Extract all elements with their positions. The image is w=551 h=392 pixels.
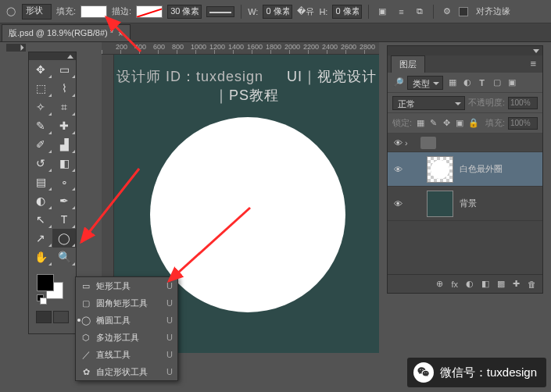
align-icon[interactable]: ≡ bbox=[394, 5, 408, 19]
new-layer-icon[interactable]: ✚ bbox=[513, 279, 520, 289]
layer-row[interactable]: 👁背景 bbox=[388, 187, 542, 221]
lasso-tool[interactable]: ⌇ bbox=[52, 79, 76, 98]
lock-trans-icon[interactable]: ▦ bbox=[415, 117, 425, 129]
fill-input[interactable] bbox=[508, 117, 538, 130]
work-area: ✥▭⬚⌇✧⌗✎✚✐▟↺◧▤∘◐✒↖T↗◯✋🔍 02004006008001000… bbox=[0, 42, 551, 392]
artboard-tool[interactable]: ▭ bbox=[52, 60, 76, 79]
eyedropper-tool[interactable]: ✎ bbox=[29, 116, 52, 135]
close-tab-icon[interactable]: × bbox=[118, 29, 123, 38]
white-circle-shape[interactable] bbox=[150, 117, 345, 312]
fg-color-swatch[interactable] bbox=[37, 274, 54, 291]
marquee-tool[interactable]: ⬚ bbox=[29, 79, 52, 98]
group-icon[interactable]: ▩ bbox=[497, 279, 505, 289]
mode-select[interactable]: 形状 bbox=[22, 4, 52, 20]
filter-adjust-icon[interactable]: ◐ bbox=[461, 77, 473, 88]
lock-pos-icon[interactable]: ✥ bbox=[442, 117, 452, 129]
document-tabs: 版.psd @ 18.9%(RGB/8#) * × bbox=[0, 23, 551, 42]
options-bar: ◯ 形状 填充: 描边: W: �유 H: ▣ ≡ ⧉ ⚙ 对齐边缘 bbox=[0, 0, 551, 23]
flyout-item[interactable]: ▭矩形工具U bbox=[76, 277, 177, 294]
blend-mode-select[interactable]: 正常 bbox=[392, 96, 465, 110]
default-colors-icon[interactable] bbox=[37, 294, 45, 302]
brush-tool[interactable]: ✐ bbox=[29, 135, 52, 154]
eraser-tool[interactable]: ◧ bbox=[52, 154, 76, 173]
panel-collapse[interactable] bbox=[388, 46, 542, 55]
gear-icon[interactable]: ⚙ bbox=[440, 5, 454, 19]
zoom-tool[interactable]: 🔍 bbox=[52, 248, 76, 266]
filter-pixel-icon[interactable]: ▦ bbox=[446, 77, 458, 88]
layer-filter-row: 🔎 类型 ▦ ◐ T ▢ ▣ bbox=[388, 73, 542, 93]
arrange-icon[interactable]: ⧉ bbox=[413, 5, 427, 19]
visibility-icon[interactable]: 👁 bbox=[391, 199, 405, 208]
lock-artboard-icon[interactable]: ▣ bbox=[455, 117, 465, 129]
align-edges-label: 对齐边缘 bbox=[476, 5, 510, 17]
flyout-item[interactable]: ✿自定形状工具U bbox=[76, 363, 177, 380]
stroke-style-select[interactable] bbox=[206, 6, 234, 17]
layer-row[interactable]: 👁白色最外圈 bbox=[388, 152, 542, 187]
lock-all-icon[interactable]: 🔒 bbox=[468, 117, 479, 129]
blend-row: 正常 不透明度: bbox=[388, 93, 542, 113]
link-layers-icon[interactable]: ⊕ bbox=[436, 279, 443, 289]
collapsed-dock[interactable] bbox=[6, 44, 26, 383]
direct-select-tool[interactable]: ↗ bbox=[29, 229, 52, 248]
layer-row[interactable]: 👁› bbox=[388, 134, 542, 152]
type-tool[interactable]: T bbox=[52, 210, 76, 229]
crop-tool[interactable]: ⌗ bbox=[52, 98, 76, 116]
flyout-item[interactable]: ▢圆角矩形工具U bbox=[76, 294, 177, 312]
search-icon[interactable]: 🔎 bbox=[392, 77, 404, 88]
path-ops-icon[interactable]: ▣ bbox=[375, 5, 389, 19]
history-brush-tool[interactable]: ↺ bbox=[29, 154, 52, 173]
w-label: W: bbox=[248, 7, 258, 16]
stroke-label: 描边: bbox=[112, 5, 131, 17]
path-select-tool[interactable]: ↖ bbox=[29, 210, 52, 229]
visibility-icon[interactable]: 👁 bbox=[391, 165, 405, 174]
flyout-item[interactable]: ◯椭圆工具U bbox=[76, 312, 177, 329]
fill-swatch[interactable] bbox=[81, 5, 107, 18]
wechat-watermark: 微信号：tuxdesign bbox=[407, 358, 546, 387]
fx-icon[interactable]: fx bbox=[451, 280, 458, 289]
lock-paint-icon[interactable]: ✎ bbox=[428, 117, 438, 129]
screen-mode-toggle[interactable] bbox=[29, 307, 76, 327]
gradient-tool[interactable]: ▤ bbox=[29, 173, 52, 191]
stroke-width-input[interactable] bbox=[167, 5, 202, 19]
tool-panel-collapse[interactable] bbox=[29, 52, 76, 60]
tool-preset-icon[interactable]: ◯ bbox=[5, 5, 17, 18]
shape-tool[interactable]: ◯ bbox=[52, 229, 76, 248]
lock-row: 锁定: ▦ ✎ ✥ ▣ 🔒 填充: bbox=[388, 113, 542, 134]
layer-name[interactable]: 白色最外圈 bbox=[460, 163, 503, 175]
layer-thumbnail[interactable] bbox=[427, 156, 453, 183]
stamp-tool[interactable]: ▟ bbox=[52, 135, 76, 154]
blur-tool[interactable]: ∘ bbox=[52, 173, 76, 191]
magic-wand-tool[interactable]: ✧ bbox=[29, 98, 52, 116]
panel-menu-icon[interactable]: ≡ bbox=[524, 55, 542, 73]
opacity-input[interactable] bbox=[508, 97, 538, 109]
folder-icon bbox=[420, 137, 436, 149]
flyout-item[interactable]: ／直线工具U bbox=[76, 346, 177, 363]
filter-kind-select[interactable]: 类型 bbox=[407, 76, 443, 90]
layers-tab[interactable]: 图层 bbox=[391, 55, 425, 73]
adjustment-icon[interactable]: ◧ bbox=[481, 279, 489, 289]
width-input[interactable] bbox=[263, 5, 292, 19]
filter-shape-icon[interactable]: ▢ bbox=[491, 77, 503, 88]
stroke-swatch[interactable] bbox=[136, 5, 163, 18]
link-wh-icon[interactable]: �유 bbox=[297, 5, 314, 17]
layer-name[interactable]: 背景 bbox=[460, 198, 477, 209]
document-tab-title: 版.psd @ 18.9%(RGB/8#) * bbox=[9, 27, 113, 39]
hand-tool[interactable]: ✋ bbox=[29, 248, 52, 266]
align-edges-checkbox[interactable] bbox=[459, 7, 468, 16]
filter-type-icon[interactable]: T bbox=[476, 77, 488, 88]
horizontal-ruler: 0200400600800100012001400160018002000220… bbox=[102, 42, 379, 55]
height-input[interactable] bbox=[332, 5, 362, 19]
visibility-icon[interactable]: 👁 bbox=[391, 138, 405, 148]
flyout-item[interactable]: ⬡多边形工具U bbox=[76, 329, 177, 346]
pen-tool[interactable]: ✒ bbox=[52, 191, 76, 210]
filter-smart-icon[interactable]: ▣ bbox=[506, 77, 517, 88]
mask-icon[interactable]: ◐ bbox=[466, 279, 474, 289]
move-tool[interactable]: ✥ bbox=[29, 60, 52, 79]
dodge-tool[interactable]: ◐ bbox=[29, 191, 52, 210]
trash-icon[interactable]: 🗑 bbox=[528, 280, 536, 289]
fg-bg-swatches[interactable] bbox=[29, 271, 76, 307]
layers-footer: ⊕fx◐◧▩✚🗑 bbox=[388, 274, 542, 293]
layer-thumbnail[interactable] bbox=[427, 191, 453, 217]
healing-tool[interactable]: ✚ bbox=[52, 116, 76, 135]
document-tab[interactable]: 版.psd @ 18.9%(RGB/8#) * × bbox=[2, 24, 131, 41]
